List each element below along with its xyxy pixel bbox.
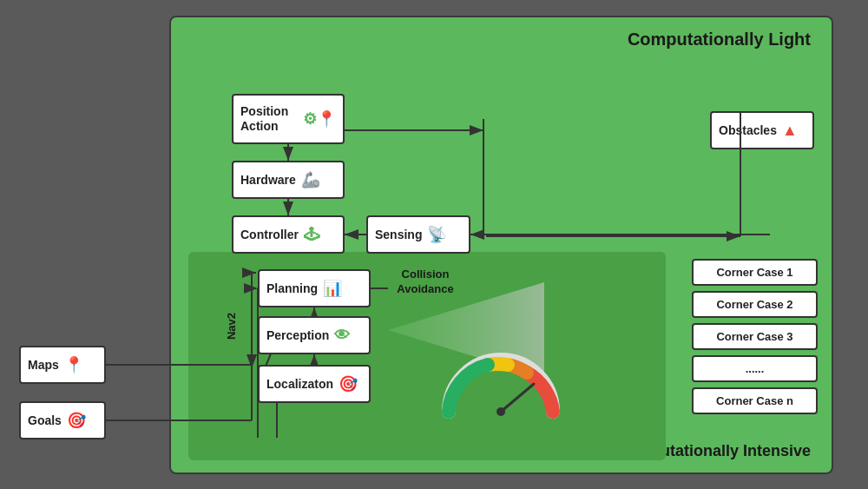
gear-location-icon: ⚙📍 bbox=[303, 109, 336, 129]
gauge-container bbox=[431, 351, 570, 420]
corner-case-1: Corner Case 1 bbox=[692, 259, 818, 286]
controller-box: Controller 🕹 bbox=[232, 215, 345, 254]
sensing-box: Sensing 📡 bbox=[366, 215, 470, 254]
controller-label: Controller bbox=[240, 228, 299, 241]
perception-icon: 👁 bbox=[334, 327, 350, 345]
localization-box: Localizaton 🎯 bbox=[258, 365, 371, 403]
goals-box: Goals 🎯 bbox=[19, 401, 106, 439]
goals-label: Goals bbox=[28, 413, 62, 427]
svg-line-17 bbox=[501, 384, 534, 412]
planning-icon: 📊 bbox=[323, 279, 342, 298]
sensing-label: Sensing bbox=[375, 228, 422, 241]
maps-box: Maps 📍 bbox=[19, 346, 106, 384]
obstacles-box: Obstacles ▲ bbox=[710, 111, 814, 149]
corner-case-dots: ...... bbox=[692, 355, 818, 382]
nav2-label: Nav2 bbox=[225, 313, 238, 340]
gauge-svg bbox=[431, 351, 570, 429]
hardware-label: Hardware bbox=[240, 173, 296, 187]
corner-case-n: Corner Case n bbox=[692, 387, 818, 414]
goals-icon: 🎯 bbox=[67, 411, 86, 430]
controller-icon: 🕹 bbox=[304, 226, 319, 244]
perception-label: Perception bbox=[266, 328, 329, 342]
sensing-icon: 📡 bbox=[427, 225, 446, 244]
position-action-box: Position Action ⚙📍 bbox=[232, 94, 345, 144]
obstacles-icon: ▲ bbox=[782, 122, 798, 140]
planning-box: Planning 📊 bbox=[258, 269, 371, 307]
localization-icon: 🎯 bbox=[339, 374, 358, 393]
main-container: Computationally Light Computationally In… bbox=[169, 16, 833, 474]
position-action-label: Position Action bbox=[240, 104, 298, 134]
corner-case-2: Corner Case 2 bbox=[692, 291, 818, 318]
obstacles-label: Obstacles bbox=[719, 123, 777, 137]
svg-point-18 bbox=[496, 407, 505, 416]
maps-icon: 📍 bbox=[64, 355, 83, 374]
computationally-light-label: Computationally Light bbox=[628, 30, 811, 50]
localization-label: Localizaton bbox=[266, 377, 333, 391]
maps-label: Maps bbox=[28, 358, 59, 372]
planning-label: Planning bbox=[266, 281, 318, 295]
perception-box: Perception 👁 bbox=[258, 316, 371, 354]
hardware-icon: 🦾 bbox=[301, 170, 320, 189]
hardware-box: Hardware 🦾 bbox=[232, 161, 345, 199]
corner-case-3: Corner Case 3 bbox=[692, 323, 818, 350]
corner-cases-area: Corner Case 1 Corner Case 2 Corner Case … bbox=[692, 259, 818, 414]
